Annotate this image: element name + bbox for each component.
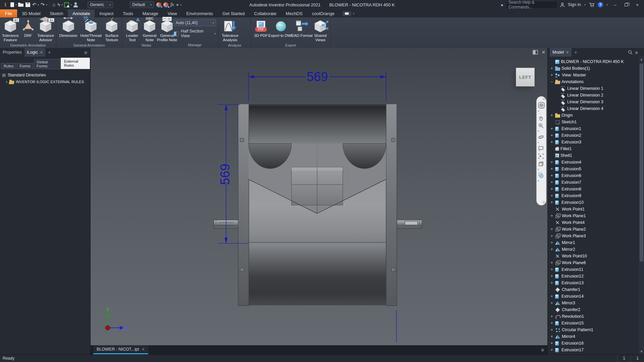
expander-icon[interactable]: + [550, 126, 554, 131]
sign-in-dropdown-icon[interactable]: ▾ [584, 3, 586, 6]
close-icon[interactable]: ✕ [142, 347, 145, 352]
browser-item-mirror3[interactable]: +Mirror3 [548, 300, 639, 306]
browser-item-extrusion17[interactable]: +Extrusion17 [548, 347, 639, 353]
visual-style-icon[interactable] [538, 172, 545, 179]
chevron-down-icon[interactable]: ▾ [538, 130, 545, 133]
chevron-down-icon[interactable]: ▾ [538, 110, 545, 113]
navbar-close-icon[interactable]: ⊗ [542, 98, 545, 101]
browser-item-extrusion1[interactable]: +Extrusion1 [548, 125, 639, 132]
annotation-style-combo[interactable]: Auto (11,40)▾ [174, 19, 216, 26]
browser-item-work-plane3[interactable]: +Work Plane3 [548, 233, 639, 239]
browser-item-origin[interactable]: +Origin [548, 112, 639, 119]
navbar-minimize-icon[interactable]: ⊖ [542, 201, 545, 204]
restore-button[interactable] [622, 1, 630, 9]
chevron-right-icon[interactable]: › [6, 79, 7, 84]
browser-item-extrusion16[interactable]: +Extrusion16 [548, 340, 639, 347]
browser-item-work-plane1[interactable]: +Work Plane1 [548, 213, 639, 219]
expander-icon[interactable]: + [550, 281, 554, 285]
ribbon-button-drf[interactable]: DRF [20, 18, 37, 38]
document-tab[interactable]: BLOWER - NICOT...ipt ✕ [93, 345, 148, 354]
expander-icon[interactable]: + [550, 327, 554, 332]
close-button[interactable]: × [633, 1, 641, 9]
browser-item-circular-pattern1[interactable]: +Circular Pattern1 [548, 326, 639, 333]
browser-item-mirror1[interactable]: +Mirror1 [548, 239, 639, 246]
expander-icon[interactable]: + [550, 247, 554, 252]
dropdown-icon[interactable]: ▾ [46, 3, 47, 6]
zoom-icon[interactable] [538, 122, 545, 129]
add-panel-icon[interactable]: + [48, 50, 51, 55]
ribbon-tab-view[interactable]: View [163, 9, 182, 17]
ribbon-button-export-to-dwf[interactable]: Export to DWF [270, 18, 292, 38]
expander-icon[interactable]: + [550, 167, 554, 171]
search-expand-icon[interactable]: ▸ [501, 2, 504, 7]
expander-icon[interactable]: + [550, 294, 554, 299]
color-wheel-icon[interactable] [115, 0, 120, 9]
open-file-icon[interactable] [18, 0, 23, 9]
dropdown-icon[interactable]: ▾ [38, 3, 39, 6]
browser-item-work-point1[interactable]: Work Point1 [548, 206, 639, 213]
search-input[interactable]: Search Help & Commands... [506, 2, 557, 8]
ribbon-tab-tools[interactable]: Tools [118, 9, 138, 17]
search-icon[interactable] [628, 50, 633, 55]
ribbon-button-tolerance-feature[interactable]: ⊕1ToleranceFeature [2, 18, 19, 43]
redo-icon[interactable]: ↷ [41, 0, 45, 9]
chevron-down-icon[interactable]: ▾ [538, 180, 545, 182]
browser-item-extrusion7[interactable]: +Extrusion7 [548, 179, 639, 186]
parameters-fx-icon[interactable]: fx [170, 0, 174, 9]
browser-item-shell1[interactable]: Shell1 [548, 152, 639, 159]
model-viewport[interactable]: 569 569 Y Z LEFT ⊗ ▾▾▾▾▾ ⊖ BLOWER - NICO… [91, 48, 547, 354]
browser-item-extrusion9[interactable]: +Extrusion9 [548, 192, 639, 199]
ribbon-tab-coolorange[interactable]: coolOrange [307, 9, 339, 17]
browser-item-extrusion13[interactable]: +Extrusion13 [548, 280, 639, 286]
browser-item-linear-dimension-3[interactable]: Linear Dimension 3 [548, 99, 639, 105]
expander-icon[interactable]: + [550, 348, 554, 352]
browser-item-mirror2[interactable]: +Mirror2 [548, 246, 639, 253]
appearance-sphere-light-icon[interactable] [122, 0, 127, 9]
ribbon-button-tolerance-advisor[interactable]: ⊕1ToleranceAdvisor [37, 18, 55, 43]
browser-item-linear-dimension-2[interactable]: Linear Dimension 2 [548, 92, 639, 99]
ribbon-button-dimension[interactable]: Dimension [58, 18, 78, 38]
browser-item-extrusion6[interactable]: +Extrusion6 [548, 172, 639, 179]
expander-icon[interactable]: + [550, 274, 554, 279]
chevron-down-icon[interactable]: ▾ [538, 141, 545, 144]
subtab-global-forms[interactable]: Global Forms [34, 59, 60, 69]
view-cube-icon[interactable] [538, 161, 545, 167]
expander-icon[interactable]: + [550, 301, 554, 305]
browser-item-extrusion15[interactable]: +Extrusion15 [548, 320, 639, 326]
subtab-forms[interactable]: Forms [17, 63, 33, 69]
browser-item-blower-nicotra-rdh-450-k[interactable]: BLOWER - NICOTRA RDH 450 K [548, 58, 639, 65]
subtab-rules[interactable]: Rules [1, 63, 16, 69]
expander-icon[interactable]: + [550, 260, 554, 265]
sketch-icon[interactable]: ϟ [57, 0, 60, 9]
ribbon-button-tolerance-analysis[interactable]: ToleranceAnalysis [220, 18, 240, 43]
chevron-down-icon[interactable]: ▾ [538, 168, 545, 171]
ribbon-button-general-note[interactable]: ABCGeneralNote [141, 18, 158, 43]
view-cube[interactable]: LEFT [516, 68, 535, 86]
expander-icon[interactable]: + [550, 240, 554, 245]
dimension-h-value[interactable]: 569 [307, 70, 328, 84]
browser-item-chamfer1[interactable]: Chamfer1 [548, 286, 639, 293]
dropdown-icon[interactable]: ▾ [15, 3, 17, 6]
blower-model[interactable] [214, 104, 422, 306]
browser-item-work-plane6[interactable]: +Work Plane6 [548, 259, 639, 266]
browser-menu-icon[interactable]: ≡ [635, 50, 638, 55]
save-icon[interactable] [25, 0, 30, 9]
appearance-sphere-icon[interactable] [80, 0, 85, 9]
expander-icon[interactable]: + [550, 187, 554, 191]
browser-item-extrusion11[interactable]: +Extrusion11 [548, 266, 639, 273]
ribbon-button-surface-texture[interactable]: √SurfaceTexture [103, 18, 120, 43]
expander-icon[interactable]: + [550, 173, 554, 178]
browser-item-extrusion14[interactable]: +Extrusion14 [548, 293, 639, 300]
cloud-options-button[interactable]: ▾ [342, 9, 355, 17]
browser-item-fillet1[interactable]: Fillet1 [548, 145, 639, 152]
help-dropdown-icon[interactable]: ▾ [606, 3, 608, 6]
cart-icon[interactable] [589, 2, 595, 7]
browser-item-linear-dimension-1[interactable]: Linear Dimension 1 [548, 85, 639, 92]
browser-item-work-point4[interactable]: Work Point4 [548, 219, 639, 226]
add-browser-tab-icon[interactable]: + [574, 50, 577, 55]
dimension-horizontal[interactable]: 569 [249, 70, 386, 102]
tab-list-icon[interactable]: ≡ [541, 347, 544, 353]
browser-item-linear-dimension-4[interactable]: Linear Dimension 4 [548, 105, 639, 112]
home-icon[interactable]: ⌂ [52, 0, 55, 9]
ribbon-button-hole-thread-note[interactable]: Hole/ThreadNote [79, 18, 103, 43]
